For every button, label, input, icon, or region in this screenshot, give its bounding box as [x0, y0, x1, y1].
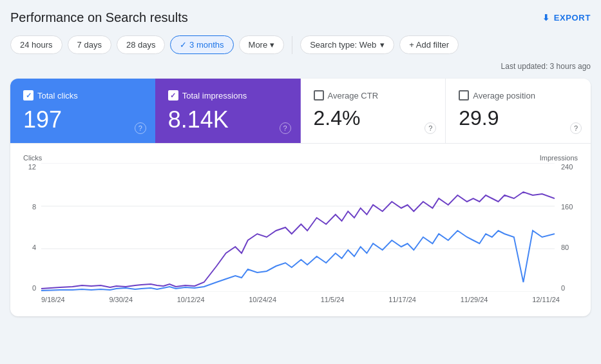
- filter-more[interactable]: More ▾: [239, 35, 285, 54]
- add-filter-button[interactable]: + Add filter: [399, 35, 459, 54]
- metric-total-clicks[interactable]: Total clicks 197 ?: [10, 79, 155, 143]
- average-ctr-checkbox[interactable]: [314, 90, 324, 101]
- chart-left-axis-label: Clicks: [23, 154, 42, 162]
- total-impressions-label: Total impressions: [182, 91, 247, 101]
- average-ctr-value: 2.4%: [314, 107, 433, 129]
- chart-svg: [41, 163, 555, 292]
- search-type-button[interactable]: Search type: Web ▾: [300, 35, 394, 54]
- last-updated: Last updated: 3 hours ago: [10, 62, 591, 71]
- export-button[interactable]: ⬇ EXPORT: [542, 13, 591, 23]
- chevron-down-icon: ▾: [380, 40, 385, 50]
- filter-divider: [292, 36, 292, 54]
- filter-bar: 24 hours 7 days 28 days 3 months More ▾ …: [10, 35, 591, 54]
- x-axis-labels: 9/18/24 9/30/24 10/12/24 10/24/24 11/5/2…: [23, 296, 578, 303]
- export-icon: ⬇: [542, 13, 550, 23]
- chart-right-axis-label: Impressions: [540, 154, 578, 162]
- chart-container: 12 8 4 0 240: [23, 163, 578, 292]
- filter-7d[interactable]: 7 days: [68, 35, 111, 54]
- average-position-value: 29.9: [459, 107, 578, 129]
- total-clicks-value: 197: [23, 107, 142, 133]
- average-position-checkbox[interactable]: [459, 90, 469, 101]
- main-card: Total clicks 197 ? Total impressions 8.1…: [10, 79, 591, 316]
- metric-average-position[interactable]: Average position 29.9 ?: [446, 79, 591, 143]
- filter-3months[interactable]: 3 months: [170, 35, 233, 54]
- total-impressions-checkbox[interactable]: [168, 90, 178, 101]
- average-position-label: Average position: [473, 91, 535, 101]
- filter-28d[interactable]: 28 days: [117, 35, 166, 54]
- total-impressions-value: 8.14K: [168, 107, 287, 133]
- average-position-help[interactable]: ?: [570, 122, 582, 134]
- page-title: Performance on Search results: [10, 10, 188, 25]
- filter-24h[interactable]: 24 hours: [10, 35, 62, 54]
- total-clicks-checkbox[interactable]: [23, 90, 33, 101]
- total-clicks-help[interactable]: ?: [135, 122, 146, 134]
- average-ctr-help[interactable]: ?: [425, 122, 436, 134]
- y-axis-left: 12 8 4 0: [23, 163, 39, 292]
- metric-average-ctr[interactable]: Average CTR 2.4% ?: [301, 79, 446, 143]
- chart-area: Clicks Impressions 12 8 4 0: [10, 144, 591, 316]
- metric-total-impressions[interactable]: Total impressions 8.14K ?: [155, 79, 301, 143]
- chevron-down-icon: ▾: [270, 40, 274, 50]
- y-axis-right: 240 160 80 0: [558, 163, 578, 292]
- total-clicks-label: Total clicks: [37, 91, 78, 101]
- metrics-row: Total clicks 197 ? Total impressions 8.1…: [10, 79, 591, 144]
- average-ctr-label: Average CTR: [328, 91, 379, 101]
- total-impressions-help[interactable]: ?: [280, 122, 291, 134]
